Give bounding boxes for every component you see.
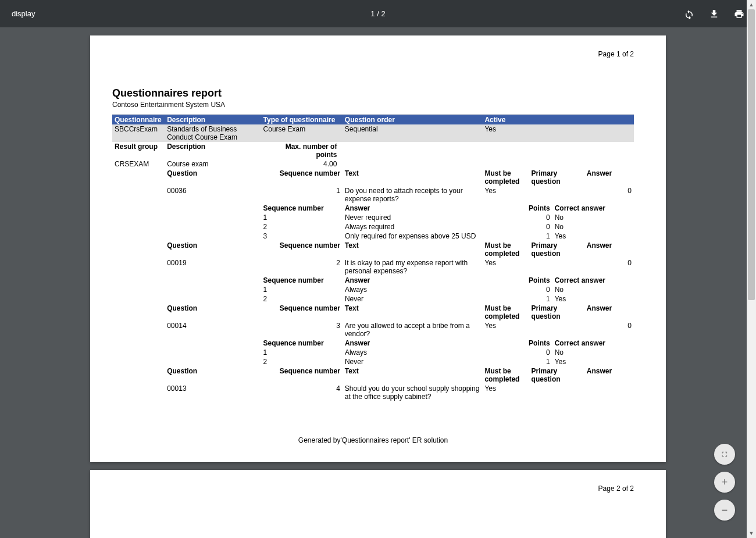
zoom-out-button[interactable]: − — [714, 500, 735, 521]
result-group-desc: Course exam — [165, 159, 261, 169]
download-icon — [709, 9, 719, 19]
answer-row: 2Never1Yes — [112, 357, 634, 366]
questionnaire-row: SBCCrsExam Standards of Business Conduct… — [112, 124, 634, 142]
page-1: Page 1 of 2 Questionnaires report Contos… — [90, 35, 666, 462]
lbl-correct: Correct answer — [552, 204, 634, 213]
plus-icon: + — [722, 476, 728, 489]
fit-icon — [720, 450, 729, 459]
answer-seq: 3 — [261, 231, 343, 241]
page-number-label: Page 2 of 2 — [112, 484, 634, 493]
question-answer: 0 — [584, 186, 634, 204]
print-button[interactable] — [734, 9, 744, 19]
lbl-points: Points — [523, 204, 552, 213]
question-answer — [584, 384, 634, 401]
document-title: display — [12, 9, 35, 18]
question-block: QuestionSequence numberTextMust be compl… — [112, 169, 634, 204]
question-header-row: QuestionSequence numberTextMust be compl… — [112, 304, 634, 321]
lbl-seqnum: Sequence number — [261, 339, 343, 348]
answers-block: Sequence numberAnswerPointsCorrect answe… — [112, 276, 634, 304]
page-counter: 1 / 2 — [370, 9, 385, 18]
print-icon — [734, 9, 744, 19]
answer-row: 2Always required0No — [112, 222, 634, 231]
answer-row: 3Only required for expenses above 25 USD… — [112, 231, 634, 241]
result-group-points: 4.00 — [261, 159, 483, 169]
lbl-answer: Answer — [343, 276, 523, 285]
question-block: QuestionSequence numberTextMust be compl… — [112, 241, 634, 276]
lbl-answer: Answer — [584, 366, 634, 384]
answer-points: 0 — [523, 222, 552, 231]
answer-seq: 2 — [261, 357, 343, 366]
question-header-row: QuestionSequence numberTextMust be compl… — [112, 169, 634, 186]
fit-page-button[interactable] — [714, 444, 735, 465]
question-header-row: QuestionSequence numberTextMust be compl… — [112, 366, 634, 384]
rotate-button[interactable] — [684, 9, 694, 19]
answer-seq: 1 — [261, 348, 343, 357]
question-seq: 1 — [261, 186, 343, 204]
question-text: It is okay to pad my expense report with… — [343, 258, 483, 276]
question-text: Should you do your school supply shoppin… — [343, 384, 483, 401]
question-id: 00013 — [165, 384, 261, 401]
lbl-seqnum: Sequence number — [261, 169, 343, 186]
question-answer: 0 — [584, 321, 634, 339]
question-must-complete: Yes — [482, 321, 529, 339]
question-text: Are you allowed to accept a bribe from a… — [343, 321, 483, 339]
question-primary — [529, 321, 584, 339]
lbl-primary: Primary question — [529, 366, 584, 384]
zoom-in-button[interactable]: + — [714, 472, 735, 493]
answers-block: Sequence numberAnswerPointsCorrect answe… — [112, 339, 634, 366]
question-id: 00036 — [165, 186, 261, 204]
download-button[interactable] — [709, 9, 719, 19]
report-table: Questionnaire Description Type of questi… — [112, 115, 634, 169]
page-number-label: Page 1 of 2 — [112, 50, 634, 58]
answer-text: Always required — [343, 222, 523, 231]
result-group-id: CRSEXAM — [112, 159, 165, 169]
question-primary — [529, 186, 584, 204]
document-viewport[interactable]: Page 1 of 2 Questionnaires report Contos… — [0, 27, 756, 538]
table-header-row: Questionnaire Description Type of questi… — [112, 115, 634, 125]
scrollbar-thumb[interactable] — [748, 9, 755, 300]
answer-row: 2Never1Yes — [112, 294, 634, 304]
col-active: Active — [482, 115, 634, 125]
answer-correct: No — [552, 222, 634, 231]
lbl-must-complete: Must be completed — [482, 169, 529, 186]
report-footer: Generated by'Questionnaires report' ER s… — [112, 436, 634, 444]
question-text: Do you need to attach receipts to your e… — [343, 186, 483, 204]
answer-text: Never required — [343, 213, 523, 222]
zoom-controls: + − — [714, 444, 735, 521]
lbl-result-group: Result group — [112, 142, 165, 159]
answers-block: Sequence numberAnswerPointsCorrect answe… — [112, 204, 634, 241]
answer-points: 1 — [523, 357, 552, 366]
answer-text: Only required for expenses above 25 USD — [343, 231, 523, 241]
question-primary — [529, 258, 584, 276]
question-row: 000143Are you allowed to accept a bribe … — [112, 321, 634, 339]
lbl-points: Points — [523, 339, 552, 348]
answer-seq: 1 — [261, 285, 343, 294]
result-group-row: CRSEXAM Course exam 4.00 — [112, 159, 634, 169]
scroll-up-button[interactable]: ▲ — [747, 0, 756, 9]
answer-row: 1Never required0No — [112, 213, 634, 222]
question-must-complete: Yes — [482, 186, 529, 204]
answer-points: 1 — [523, 294, 552, 304]
col-description: Description — [165, 115, 261, 125]
lbl-seqnum: Sequence number — [261, 204, 343, 213]
questionnaire-desc: Standards of Business Conduct Course Exa… — [165, 124, 261, 142]
answer-text: Always — [343, 348, 523, 357]
question-row: 000192It is okay to pad my expense repor… — [112, 258, 634, 276]
answer-points: 0 — [523, 213, 552, 222]
lbl-seqnum: Sequence number — [261, 276, 343, 285]
answer-correct: No — [552, 285, 634, 294]
question-must-complete: Yes — [482, 258, 529, 276]
question-seq: 3 — [261, 321, 343, 339]
lbl-answer: Answer — [584, 169, 634, 186]
lbl-description: Description — [165, 142, 261, 159]
lbl-seqnum: Sequence number — [261, 241, 343, 258]
question-row: 000361Do you need to attach receipts to … — [112, 186, 634, 204]
scroll-down-button[interactable]: ▼ — [747, 529, 756, 538]
answer-seq: 2 — [261, 222, 343, 231]
lbl-points: Points — [523, 276, 552, 285]
question-block: QuestionSequence numberTextMust be compl… — [112, 304, 634, 339]
question-block: QuestionSequence numberTextMust be compl… — [112, 366, 634, 401]
lbl-question: Question — [165, 241, 261, 258]
vertical-scrollbar[interactable]: ▲ ▼ — [747, 0, 756, 538]
answers-header-row: Sequence numberAnswerPointsCorrect answe… — [112, 276, 634, 285]
